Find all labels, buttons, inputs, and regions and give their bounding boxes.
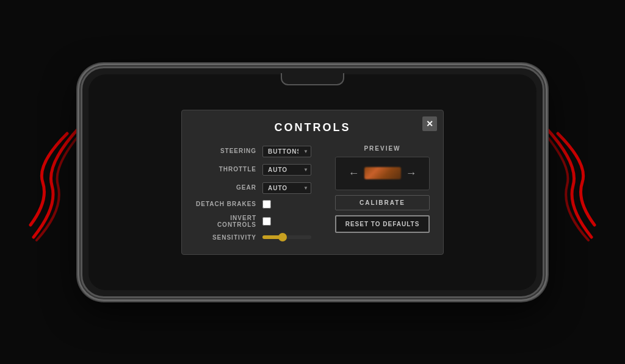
dialog-body: STEERING BUTTONS TILT AUTO ▼ <box>195 145 430 241</box>
preview-label: PREVIEW <box>335 145 430 152</box>
invert-controls-label: INVERT CONTROLS <box>195 215 256 228</box>
gear-select[interactable]: AUTO MANUAL <box>262 182 311 194</box>
sensitivity-label: SENSITIVITY <box>195 234 256 241</box>
preview-right-arrow-icon: → <box>406 167 417 180</box>
preview-center-visual <box>364 167 401 179</box>
side-button-volume <box>81 148 82 184</box>
scene: ✕ CONTROLS STEERING BUTTONS TILT <box>0 0 625 364</box>
close-button[interactable]: ✕ <box>422 116 437 131</box>
throttle-select[interactable]: AUTO MANUAL <box>262 164 311 176</box>
detach-brakes-row: DETACH BRAKES <box>195 200 325 209</box>
side-button-mute <box>81 117 82 141</box>
dialog-left: STEERING BUTTONS TILT AUTO ▼ <box>195 145 325 241</box>
waves-right <box>533 115 613 249</box>
detach-brakes-label: DETACH BRAKES <box>195 201 256 207</box>
controls-dialog: ✕ CONTROLS STEERING BUTTONS TILT <box>181 110 444 255</box>
dialog-right: PREVIEW ← → CALIBRATE RESET TO DEFAULTS <box>335 145 430 241</box>
gear-row: GEAR AUTO MANUAL ▼ <box>195 182 325 194</box>
steering-select-wrapper: BUTTONS TILT AUTO ▼ <box>262 145 311 157</box>
preview-left-arrow-icon: ← <box>349 167 359 180</box>
waves-left <box>12 115 92 249</box>
sensitivity-slider[interactable] <box>262 235 311 239</box>
gear-select-wrapper: AUTO MANUAL ▼ <box>262 182 311 194</box>
reset-defaults-button[interactable]: RESET TO DEFAULTS <box>335 215 430 233</box>
steering-row: STEERING BUTTONS TILT AUTO ▼ <box>195 145 325 157</box>
detach-brakes-checkbox[interactable] <box>262 200 271 209</box>
throttle-select-wrapper: AUTO MANUAL ▼ <box>262 163 311 176</box>
sensitivity-row: SENSITIVITY <box>195 234 325 241</box>
invert-controls-checkbox[interactable] <box>262 217 271 226</box>
calibrate-button[interactable]: CALIBRATE <box>335 195 430 210</box>
throttle-label: THROTTLE <box>195 166 256 173</box>
dialog-title: CONTROLS <box>195 121 430 134</box>
phone-screen: ✕ CONTROLS STEERING BUTTONS TILT <box>89 74 536 290</box>
side-button-power <box>543 129 544 178</box>
invert-controls-row: INVERT CONTROLS <box>195 215 325 228</box>
gear-label: GEAR <box>195 184 256 191</box>
preview-box: ← → <box>335 157 430 190</box>
steering-select[interactable]: BUTTONS TILT AUTO <box>262 146 311 157</box>
throttle-row: THROTTLE AUTO MANUAL ▼ <box>195 163 325 176</box>
steering-label: STEERING <box>195 148 256 154</box>
phone: ✕ CONTROLS STEERING BUTTONS TILT <box>81 66 544 298</box>
